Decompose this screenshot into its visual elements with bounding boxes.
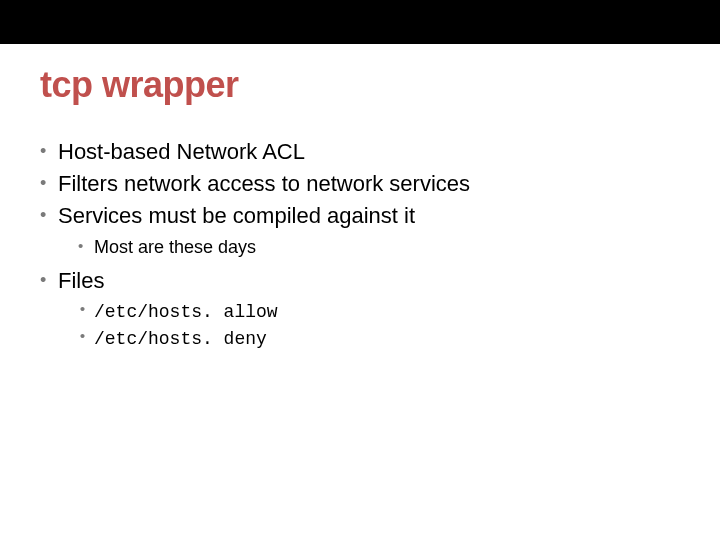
- bullet-text: Files: [58, 268, 104, 293]
- sub-list: /etc/hosts. allow /etc/hosts. deny: [58, 299, 680, 353]
- top-bar: [0, 0, 720, 44]
- bullet-text: Services must be compiled against it: [58, 203, 415, 228]
- sub-item: Most are these days: [58, 234, 680, 261]
- sub-item-file: /etc/hosts. deny: [58, 326, 680, 353]
- slide-content: tcp wrapper Host-based Network ACL Filte…: [0, 44, 720, 353]
- bullet-item: Files /etc/hosts. allow /etc/hosts. deny: [40, 265, 680, 353]
- sub-item-file: /etc/hosts. allow: [58, 299, 680, 326]
- slide-title: tcp wrapper: [40, 64, 680, 106]
- bullet-item: Host-based Network ACL: [40, 136, 680, 168]
- bullet-list: Host-based Network ACL Filters network a…: [40, 136, 680, 353]
- bullet-item: Filters network access to network servic…: [40, 168, 680, 200]
- sub-list: Most are these days: [58, 234, 680, 261]
- bullet-item: Services must be compiled against it Mos…: [40, 200, 680, 261]
